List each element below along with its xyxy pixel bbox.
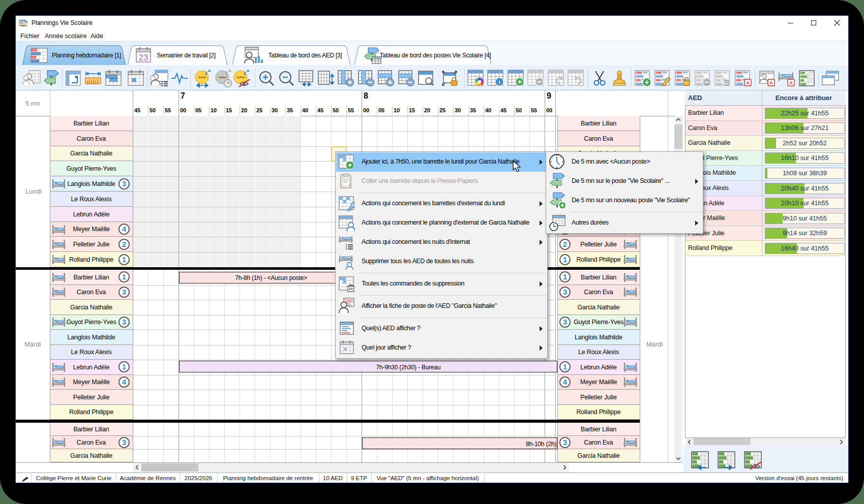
svg-text:z: z (247, 70, 250, 73)
svg-text:23: 23 (139, 53, 148, 62)
svg-text:z: z (208, 70, 211, 73)
svg-text:z: z (225, 70, 228, 76)
svg-text:A: A (789, 80, 793, 85)
svg-text:z: z (228, 70, 231, 73)
svg-text:z: z (205, 70, 207, 76)
svg-text:A: A (769, 80, 773, 85)
svg-text:A: A (746, 80, 750, 85)
svg-text:i: i (498, 79, 500, 85)
svg-text:z: z (244, 70, 246, 76)
